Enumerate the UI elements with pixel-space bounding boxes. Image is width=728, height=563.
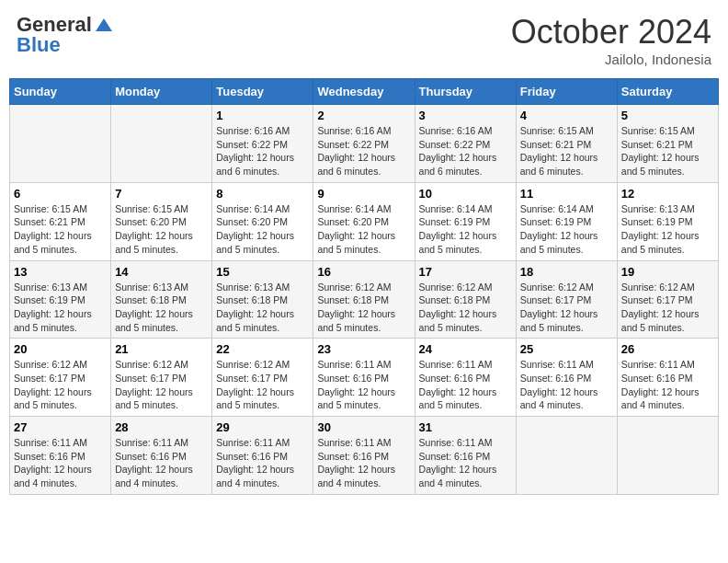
day-info: Sunrise: 6:14 AMSunset: 6:19 PMDaylight:… [419, 202, 512, 257]
calendar-table: SundayMondayTuesdayWednesdayThursdayFrid… [9, 78, 719, 495]
day-info: Sunrise: 6:11 AMSunset: 6:16 PMDaylight:… [419, 358, 512, 412]
day-info: Sunrise: 6:16 AMSunset: 6:22 PMDaylight:… [419, 124, 512, 178]
day-number: 12 [621, 187, 714, 201]
day-info: Sunrise: 6:16 AMSunset: 6:22 PMDaylight:… [216, 124, 309, 178]
day-cell: 22Sunrise: 6:12 AMSunset: 6:17 PMDayligh… [212, 339, 313, 417]
day-info: Sunrise: 6:13 AMSunset: 6:18 PMDaylight:… [216, 281, 309, 335]
day-cell: 13Sunrise: 6:13 AMSunset: 6:19 PMDayligh… [10, 260, 111, 339]
header-cell-sunday: Sunday [10, 79, 111, 105]
day-number: 10 [419, 187, 512, 201]
day-number: 21 [115, 342, 208, 356]
day-number: 18 [520, 265, 613, 279]
day-info: Sunrise: 6:11 AMSunset: 6:16 PMDaylight:… [419, 436, 512, 490]
day-number: 22 [216, 342, 309, 356]
day-cell: 28Sunrise: 6:11 AMSunset: 6:16 PMDayligh… [111, 417, 212, 495]
day-number: 4 [520, 109, 613, 122]
page-header: General Blue October 2024 Jailolo, Indon… [9, 9, 719, 71]
day-cell: 3Sunrise: 6:16 AMSunset: 6:22 PMDaylight… [415, 105, 516, 183]
day-cell: 14Sunrise: 6:13 AMSunset: 6:18 PMDayligh… [111, 260, 212, 339]
logo-blue: Blue [17, 33, 61, 57]
day-cell: 18Sunrise: 6:12 AMSunset: 6:17 PMDayligh… [516, 260, 617, 339]
day-info: Sunrise: 6:12 AMSunset: 6:18 PMDaylight:… [419, 281, 512, 335]
logo-icon [94, 17, 114, 33]
day-info: Sunrise: 6:11 AMSunset: 6:16 PMDaylight:… [216, 436, 309, 490]
week-row-4: 20Sunrise: 6:12 AMSunset: 6:17 PMDayligh… [10, 339, 719, 417]
day-cell: 6Sunrise: 6:15 AMSunset: 6:21 PMDaylight… [10, 182, 111, 260]
day-info: Sunrise: 6:15 AMSunset: 6:21 PMDaylight:… [621, 124, 714, 178]
day-info: Sunrise: 6:16 AMSunset: 6:22 PMDaylight:… [317, 124, 410, 178]
day-number: 2 [317, 109, 410, 122]
day-info: Sunrise: 6:15 AMSunset: 6:21 PMDaylight:… [14, 202, 107, 257]
day-info: Sunrise: 6:11 AMSunset: 6:16 PMDaylight:… [317, 436, 410, 490]
day-cell: 1Sunrise: 6:16 AMSunset: 6:22 PMDaylight… [212, 105, 313, 183]
day-cell: 24Sunrise: 6:11 AMSunset: 6:16 PMDayligh… [415, 339, 516, 417]
day-number: 26 [621, 342, 714, 356]
day-number: 14 [115, 265, 208, 279]
week-row-3: 13Sunrise: 6:13 AMSunset: 6:19 PMDayligh… [10, 260, 719, 339]
day-number: 25 [520, 342, 613, 356]
day-cell: 2Sunrise: 6:16 AMSunset: 6:22 PMDaylight… [313, 105, 415, 183]
day-info: Sunrise: 6:15 AMSunset: 6:20 PMDaylight:… [115, 202, 208, 257]
day-number: 16 [317, 265, 410, 279]
day-cell: 5Sunrise: 6:15 AMSunset: 6:21 PMDaylight… [617, 105, 718, 183]
day-cell: 12Sunrise: 6:13 AMSunset: 6:19 PMDayligh… [617, 182, 718, 260]
title-block: October 2024 Jailolo, Indonesia [511, 13, 711, 67]
day-info: Sunrise: 6:12 AMSunset: 6:17 PMDaylight:… [216, 358, 309, 412]
day-cell: 11Sunrise: 6:14 AMSunset: 6:19 PMDayligh… [516, 182, 617, 260]
day-info: Sunrise: 6:12 AMSunset: 6:17 PMDaylight:… [520, 281, 613, 335]
week-row-2: 6Sunrise: 6:15 AMSunset: 6:21 PMDaylight… [10, 182, 719, 260]
day-info: Sunrise: 6:12 AMSunset: 6:17 PMDaylight:… [14, 358, 107, 412]
day-cell: 26Sunrise: 6:11 AMSunset: 6:16 PMDayligh… [617, 339, 718, 417]
day-cell: 17Sunrise: 6:12 AMSunset: 6:18 PMDayligh… [415, 260, 516, 339]
day-cell [516, 417, 617, 495]
day-info: Sunrise: 6:14 AMSunset: 6:19 PMDaylight:… [520, 202, 613, 257]
month-title: October 2024 [511, 13, 711, 52]
day-number: 3 [419, 109, 512, 122]
day-number: 23 [317, 342, 410, 356]
day-cell: 10Sunrise: 6:14 AMSunset: 6:19 PMDayligh… [415, 182, 516, 260]
day-info: Sunrise: 6:14 AMSunset: 6:20 PMDaylight:… [317, 202, 410, 257]
week-row-5: 27Sunrise: 6:11 AMSunset: 6:16 PMDayligh… [10, 417, 719, 495]
week-row-1: 1Sunrise: 6:16 AMSunset: 6:22 PMDaylight… [10, 105, 719, 183]
day-info: Sunrise: 6:12 AMSunset: 6:17 PMDaylight:… [115, 358, 208, 412]
day-number: 20 [14, 342, 107, 356]
day-cell: 16Sunrise: 6:12 AMSunset: 6:18 PMDayligh… [313, 260, 415, 339]
day-info: Sunrise: 6:11 AMSunset: 6:16 PMDaylight:… [621, 358, 714, 412]
day-number: 13 [14, 265, 107, 279]
day-cell: 27Sunrise: 6:11 AMSunset: 6:16 PMDayligh… [10, 417, 111, 495]
day-number: 1 [216, 109, 309, 122]
day-number: 7 [115, 187, 208, 201]
day-cell: 29Sunrise: 6:11 AMSunset: 6:16 PMDayligh… [212, 417, 313, 495]
day-cell [617, 417, 718, 495]
day-number: 5 [621, 109, 714, 122]
day-cell: 30Sunrise: 6:11 AMSunset: 6:16 PMDayligh… [313, 417, 415, 495]
day-number: 24 [419, 342, 512, 356]
day-info: Sunrise: 6:11 AMSunset: 6:16 PMDaylight:… [520, 358, 613, 412]
header-cell-tuesday: Tuesday [212, 79, 313, 105]
day-info: Sunrise: 6:12 AMSunset: 6:17 PMDaylight:… [621, 281, 714, 335]
day-number: 17 [419, 265, 512, 279]
day-cell: 15Sunrise: 6:13 AMSunset: 6:18 PMDayligh… [212, 260, 313, 339]
day-number: 27 [14, 420, 107, 434]
day-info: Sunrise: 6:11 AMSunset: 6:16 PMDaylight:… [317, 358, 410, 412]
day-cell: 21Sunrise: 6:12 AMSunset: 6:17 PMDayligh… [111, 339, 212, 417]
day-cell: 23Sunrise: 6:11 AMSunset: 6:16 PMDayligh… [313, 339, 415, 417]
day-number: 31 [419, 420, 512, 434]
day-info: Sunrise: 6:12 AMSunset: 6:18 PMDaylight:… [317, 281, 410, 335]
day-number: 19 [621, 265, 714, 279]
day-info: Sunrise: 6:11 AMSunset: 6:16 PMDaylight:… [115, 436, 208, 490]
header-row: SundayMondayTuesdayWednesdayThursdayFrid… [10, 79, 719, 105]
svg-marker-0 [96, 18, 112, 31]
day-cell: 7Sunrise: 6:15 AMSunset: 6:20 PMDaylight… [111, 182, 212, 260]
day-cell: 25Sunrise: 6:11 AMSunset: 6:16 PMDayligh… [516, 339, 617, 417]
day-number: 9 [317, 187, 410, 201]
header-cell-friday: Friday [516, 79, 617, 105]
day-cell: 9Sunrise: 6:14 AMSunset: 6:20 PMDaylight… [313, 182, 415, 260]
day-info: Sunrise: 6:15 AMSunset: 6:21 PMDaylight:… [520, 124, 613, 178]
day-number: 8 [216, 187, 309, 201]
day-number: 15 [216, 265, 309, 279]
day-cell: 8Sunrise: 6:14 AMSunset: 6:20 PMDaylight… [212, 182, 313, 260]
day-number: 28 [115, 420, 208, 434]
day-info: Sunrise: 6:11 AMSunset: 6:16 PMDaylight:… [14, 436, 107, 490]
day-info: Sunrise: 6:14 AMSunset: 6:20 PMDaylight:… [216, 202, 309, 257]
